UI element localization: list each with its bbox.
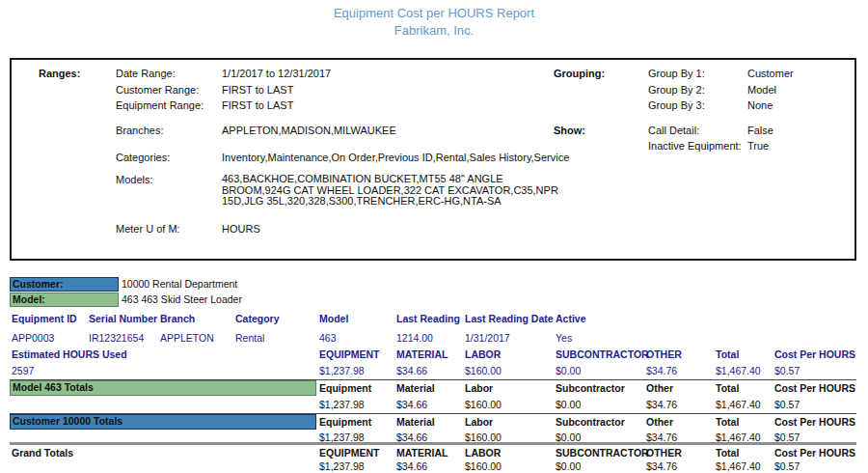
grand-totals-material: $34.66	[396, 460, 427, 472]
cost-header-subcontractor: SUBCONTRACTOR	[556, 348, 649, 360]
model-totals-total: $1,467.40	[716, 399, 761, 410]
customer-band-label: Customer:	[13, 278, 64, 290]
estimated-subcontractor: $0.00	[556, 365, 581, 376]
grand-totals-labor: $160.00	[465, 460, 502, 472]
grouping-value-3: None	[747, 99, 773, 111]
model-totals-header-material: Material	[396, 382, 435, 394]
cost-header-total: Total	[716, 348, 739, 360]
range-label-customer: Customer Range:	[116, 84, 199, 96]
grouping-label-3: Group By 3:	[648, 99, 705, 111]
col-header-equipment-id: Equipment ID	[12, 313, 77, 324]
show-section-label: Show:	[554, 125, 585, 136]
range-label-branches: Branches:	[116, 125, 164, 136]
grand-totals-header-other: OTHER	[646, 447, 682, 459]
model-totals-label: Model 463 Totals	[13, 381, 94, 393]
show-label-inactive: Inactive Equipment:	[648, 140, 742, 152]
model-totals-equipment: $1,237.98	[319, 399, 365, 410]
model-totals-cost-per-hours: $0.57	[774, 399, 800, 410]
model-band-value: 463 463 Skid Steer Loader	[122, 293, 242, 305]
customer-totals-header-other: Other	[646, 416, 673, 428]
grouping-value-2: Model	[747, 84, 776, 96]
grand-totals-label: Grand Totals	[12, 447, 73, 459]
cost-header-labor: LABOR	[465, 348, 501, 360]
model-totals-header-other: Other	[646, 382, 673, 394]
col-header-active: Active	[556, 313, 586, 324]
range-label-categories: Categories:	[116, 152, 170, 163]
range-value-equipment: FIRST to LAST	[222, 99, 293, 111]
estimated-labor: $160.00	[465, 365, 502, 376]
customer-band-value: 10000 Rental Department	[122, 278, 237, 290]
estimated-material: $34.66	[396, 365, 427, 376]
grouping-label-2: Group By 2:	[648, 84, 705, 96]
show-value-call-detail: False	[747, 125, 773, 136]
detail-last-reading-date: 1/31/2017	[465, 332, 510, 344]
estimated-other: $34.76	[646, 365, 677, 376]
range-value-categories: Inventory,Maintenance,On Order,Previous …	[222, 152, 569, 163]
detail-active: Yes	[556, 332, 572, 344]
model-totals-labor: $160.00	[465, 399, 502, 410]
model-totals-header-subcontractor: Subcontractor	[556, 382, 625, 394]
grand-totals-cost-per-hours: $0.57	[774, 460, 800, 472]
detail-last-reading: 1214.00	[396, 332, 433, 344]
detail-branch: APPLETON	[160, 332, 214, 344]
grand-totals-subcontractor: $0.00	[556, 460, 581, 472]
show-label-call-detail: Call Detail:	[648, 125, 699, 136]
range-value-models: 463,BACKHOE,COMBINATION BUCKET,MT55 48" …	[222, 174, 561, 208]
estimated-hours-label: Estimated HOURS Used	[12, 348, 127, 360]
grand-totals-total: $1,467.40	[716, 460, 761, 472]
customer-totals-header-equipment: Equipment	[319, 416, 371, 428]
grand-totals-header-subcontractor: SUBCONTRACTOR	[556, 447, 649, 459]
customer-totals-label: Customer 10000 Totals	[13, 415, 122, 427]
range-value-customer: FIRST to LAST	[222, 84, 293, 96]
customer-totals-header-total: Total	[716, 416, 739, 428]
estimated-equipment: $1,237.98	[319, 365, 365, 376]
col-header-category: Category	[235, 313, 280, 324]
report-page: Equipment Cost per HOURS Report Fabrikam…	[0, 0, 868, 473]
grand-totals-header-cost-per-hours: Cost Per HOURS	[774, 447, 855, 459]
model-totals-material: $34.66	[396, 399, 427, 410]
grand-totals-header-equipment: EQUIPMENT	[319, 447, 379, 459]
grand-totals-header-labor: LABOR	[465, 447, 501, 459]
grand-totals-other: $34.76	[646, 460, 677, 472]
show-value-inactive: True	[747, 140, 769, 152]
range-label-equipment: Equipment Range:	[116, 99, 203, 111]
range-label-date: Date Range:	[116, 68, 176, 79]
company-name: Fabrikam, Inc.	[0, 23, 868, 39]
grouping-label-1: Group By 1:	[648, 68, 705, 79]
col-header-branch: Branch	[160, 313, 195, 324]
cost-header-material: MATERIAL	[396, 348, 448, 360]
col-header-model: Model	[319, 313, 348, 324]
detail-equipment-id: APP0003	[12, 332, 54, 344]
customer-totals-header-labor: Labor	[465, 416, 493, 428]
grouping-section-label: Grouping:	[554, 68, 605, 79]
range-value-branches: APPLETON,MADISON,MILWAUKEE	[222, 125, 396, 136]
detail-category: Rental	[235, 332, 264, 344]
customer-totals-header-cost-per-hours: Cost Per HOURS	[774, 416, 855, 428]
estimated-hours-value: 2597	[12, 365, 34, 376]
model-totals-other: $34.76	[646, 399, 677, 410]
cost-header-other: OTHER	[646, 348, 682, 360]
detail-model: 463	[319, 332, 337, 344]
col-header-serial-number: Serial Number	[89, 313, 157, 324]
customer-totals-header-subcontractor: Subcontractor	[556, 416, 625, 428]
range-label-meter: Meter U of M:	[116, 223, 180, 235]
model-totals-subcontractor: $0.00	[556, 399, 581, 410]
cost-header-equipment: EQUIPMENT	[319, 348, 379, 360]
grouping-value-1: Customer	[747, 68, 794, 79]
model-totals-header-labor: Labor	[465, 382, 493, 394]
range-label-models: Models:	[116, 174, 153, 185]
range-value-date: 1/1/2017 to 12/31/2017	[222, 68, 331, 79]
model-totals-header-cost-per-hours: Cost Per HOURS	[774, 382, 855, 394]
ranges-section-label: Ranges:	[39, 68, 80, 79]
report-title: Equipment Cost per HOURS Report	[0, 6, 868, 21]
model-totals-header-equipment: Equipment	[319, 382, 371, 394]
grand-totals-header-material: MATERIAL	[396, 447, 448, 459]
estimated-total: $1,467.40	[716, 365, 761, 376]
range-value-meter: HOURS	[222, 223, 260, 235]
detail-serial-number: IR12321654	[89, 332, 144, 344]
col-header-last-reading: Last Reading	[396, 313, 460, 324]
col-header-last-reading-date: Last Reading Date	[465, 313, 554, 324]
grand-totals-header-total: Total	[716, 447, 739, 459]
grand-totals-equipment: $1,237.98	[319, 460, 365, 472]
customer-totals-header-material: Material	[396, 416, 435, 428]
